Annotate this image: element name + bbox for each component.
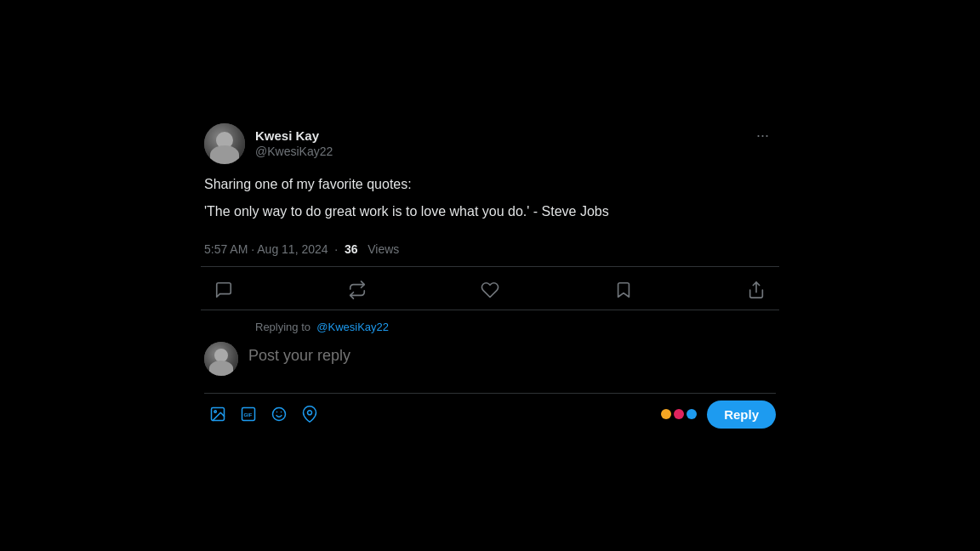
replying-to-user-link[interactable]: @KwesiKay22 [316, 321, 389, 333]
tweet-actions [201, 270, 779, 310]
dot-yellow [661, 409, 671, 419]
dot-red [674, 409, 684, 419]
svg-point-5 [273, 408, 286, 421]
add-gif-button[interactable]: GIF [235, 400, 262, 428]
like-action-button[interactable] [474, 274, 506, 306]
reply-section: Replying to @KwesiKay22 [201, 310, 779, 429]
tweet-views-label: Views [368, 242, 399, 256]
tweet-header-left: Kwesi Kay @KwesiKay22 [204, 123, 333, 164]
retweet-action-button[interactable] [341, 274, 373, 306]
more-options-button[interactable]: ··· [749, 123, 776, 148]
svg-text:GIF: GIF [244, 412, 253, 418]
add-location-button[interactable] [296, 400, 323, 428]
reply-toolbar-right: Reply [661, 400, 776, 429]
avatar [204, 123, 245, 164]
display-name: Kwesi Kay [255, 128, 333, 145]
reply-avatar [204, 342, 238, 376]
tweet-quote-text: 'The only way to do great work is to lov… [204, 202, 776, 222]
share-action-button[interactable] [740, 274, 772, 306]
dot-blue [687, 409, 697, 419]
svg-point-8 [308, 411, 312, 415]
replying-to-label: Replying to @KwesiKay22 [204, 321, 776, 333]
reply-submit-button[interactable]: Reply [707, 400, 776, 429]
reply-action-button[interactable] [208, 274, 240, 306]
user-info: Kwesi Kay @KwesiKay22 [255, 128, 333, 160]
tweet-container: Kwesi Kay @KwesiKay22 ··· Sharing one of… [201, 110, 779, 442]
reply-input-row [204, 342, 776, 383]
tweet-intro-text: Sharing one of my favorite quotes: [204, 174, 776, 195]
tweet-body: Sharing one of my favorite quotes: 'The … [201, 174, 779, 222]
add-image-button[interactable] [204, 400, 231, 428]
tweet-meta: 5:57 AM · Aug 11, 2024 · 36 Views [201, 232, 779, 267]
tweet-views-count: 36 [345, 242, 358, 256]
add-emoji-button[interactable] [265, 400, 293, 428]
reply-toolbar: GIF [204, 393, 776, 429]
svg-point-2 [214, 411, 217, 413]
color-dots [661, 409, 697, 419]
bookmark-action-button[interactable] [607, 274, 640, 306]
reply-toolbar-icons: GIF [204, 400, 323, 428]
tweet-timestamp: 5:57 AM · Aug 11, 2024 [204, 242, 328, 256]
tweet-header: Kwesi Kay @KwesiKay22 ··· [201, 123, 779, 164]
reply-input[interactable] [248, 342, 776, 383]
username: @KwesiKay22 [255, 144, 333, 159]
